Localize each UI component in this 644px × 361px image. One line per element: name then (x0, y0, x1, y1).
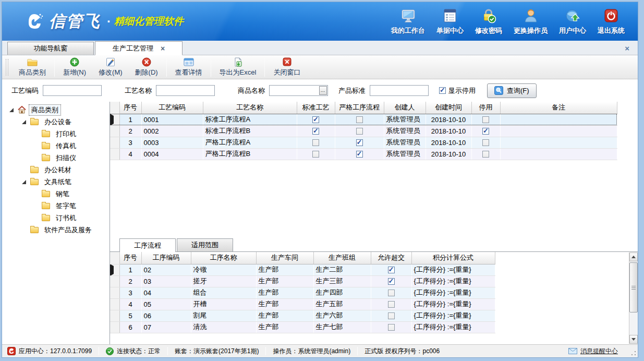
column-header[interactable]: 序号 (119, 102, 141, 114)
scroll-down-button[interactable] (629, 335, 638, 344)
tree-expander-icon[interactable] (9, 108, 14, 112)
checkbox-icon[interactable] (312, 151, 319, 158)
column-header[interactable]: 工艺编码 (141, 102, 203, 114)
checkbox-icon[interactable] (312, 116, 319, 123)
cell-formula: {工序得分} :={重量} (411, 264, 495, 275)
tab-production-process[interactable]: 生产工艺管理 × (95, 41, 183, 55)
cell-standard (297, 148, 335, 160)
query-button-label: 查询(F) (507, 86, 529, 95)
nav-item-user-center[interactable]: 用户中心 (553, 4, 592, 39)
row-indicator (110, 287, 119, 298)
product-browse-button[interactable]: … (319, 86, 327, 95)
delete-button[interactable]: 删除(D) (129, 56, 164, 78)
column-header[interactable]: 积分计算公式 (411, 252, 495, 264)
process-code-input[interactable] (43, 85, 102, 96)
column-header[interactable]: 停用 (471, 102, 500, 114)
checkbox-icon[interactable] (356, 128, 363, 135)
column-header[interactable]: 工序编码 (141, 252, 191, 264)
nav-item-document-center[interactable]: 单据中心 (431, 4, 469, 39)
checkbox-icon[interactable] (388, 278, 395, 285)
category-button[interactable]: 商品类别 (13, 56, 52, 78)
checkbox-icon[interactable] (312, 128, 319, 135)
show-disabled-checkbox[interactable]: 显示停用 (439, 86, 476, 95)
cell-formula: {工序得分} :={重量} (411, 287, 495, 298)
tab-applicable-scope[interactable]: 适用范围 (177, 238, 233, 251)
tab-close-icon[interactable]: × (161, 45, 165, 52)
vertical-scrollbar[interactable] (629, 252, 638, 344)
scroll-up-button[interactable] (629, 252, 638, 261)
view-details-button[interactable]: 查看详情 (169, 56, 209, 78)
tree-expander-icon[interactable] (22, 120, 26, 124)
column-header[interactable]: 标准工艺 (297, 102, 335, 114)
tab-function-navigator[interactable]: 功能导航窗 (7, 42, 94, 55)
column-header[interactable]: 生产车间 (256, 252, 313, 264)
checkbox-icon[interactable] (482, 116, 489, 123)
filter-bar: 工艺编码 工艺名称 商品名称 … 产品标准 显示停用 查询(F) (2, 79, 638, 102)
checkbox-icon[interactable] (356, 151, 363, 158)
table-row[interactable]: 3 04 组合 生产部 生产四部 {工序得分} :={重量} (110, 287, 495, 298)
table-row[interactable]: 5 06 割尾 生产部 生产六部 {工序得分} :={重量} (110, 310, 495, 321)
column-header[interactable]: 创建人 (384, 102, 426, 114)
query-button[interactable]: 查询(F) (487, 83, 537, 98)
table-row[interactable]: 6 07 清洗 生产部 生产七部 {工序得分} :={重量} (110, 321, 495, 333)
nav-item-exit-system[interactable]: 退出系统 (592, 4, 630, 39)
checkbox-icon[interactable] (388, 290, 395, 296)
column-header[interactable]: 严格工序流程 (335, 102, 384, 114)
add-button[interactable]: 新增(N) (57, 56, 92, 78)
column-header[interactable]: 允许超交 (371, 252, 411, 264)
checkbox-icon[interactable] (482, 139, 489, 146)
table-row[interactable]: 3 0003 严格工序流程A 系统管理员 2018-10-10 (110, 137, 617, 148)
toolbar-grip-handle[interactable] (6, 59, 8, 76)
tree-item-software-services[interactable]: 软件产品及服务 (2, 224, 110, 236)
checkbox-icon[interactable] (388, 324, 395, 331)
tree-item-stationery[interactable]: 文具纸笔 (2, 176, 110, 188)
tree-item-signing-pen[interactable]: 签字笔 (2, 200, 110, 212)
tree-item-root[interactable]: 商品类别 (2, 104, 110, 116)
nav-item-switch-operator[interactable]: 更换操作员 (508, 4, 553, 39)
table-row[interactable]: 1 0001 标准工序流程A 系统管理员 2018-10-10 (110, 114, 617, 125)
tree-item-office-supplies[interactable]: 办公耗材 (2, 164, 110, 176)
export-excel-button[interactable]: 导出为Excel (213, 56, 263, 78)
checkbox-icon[interactable] (388, 267, 395, 273)
column-header[interactable]: 备注 (500, 102, 617, 114)
checkbox-icon[interactable] (356, 116, 363, 123)
column-header[interactable]: 生产班组 (313, 252, 371, 264)
tree-expander-icon[interactable] (22, 180, 26, 184)
column-header[interactable]: 创建时间 (426, 102, 471, 114)
product-standard-input[interactable] (370, 85, 429, 96)
column-header[interactable]: 工艺名称 (203, 102, 297, 114)
nav-item-change-password[interactable]: 修改密码 (469, 4, 508, 39)
checkbox-icon[interactable] (482, 151, 489, 158)
checkbox-icon[interactable] (312, 139, 319, 146)
table-row[interactable]: 4 05 开槽 生产部 生产五部 {工序得分} :={重量} (110, 298, 495, 310)
tree-item-fax[interactable]: 传真机 (2, 140, 110, 152)
tab-step-flow[interactable]: 工序流程 (119, 238, 176, 252)
checkbox-icon[interactable] (439, 87, 446, 94)
current-row-arrow-icon (110, 264, 114, 275)
tree-item-pen[interactable]: 钢笔 (2, 188, 110, 200)
column-header[interactable]: 工序名称 (191, 252, 256, 264)
tree-item-printer[interactable]: 打印机 (2, 128, 110, 140)
cell-seq: 6 (119, 321, 141, 333)
edit-button[interactable]: 修改(M) (92, 56, 129, 78)
table-row[interactable]: 4 0004 严格工序流程B 系统管理员 2018-10-10 (110, 148, 617, 160)
message-center-link[interactable]: 消息提醒中心 (568, 347, 618, 356)
nav-item-workbench[interactable]: 我的工作台 (385, 4, 431, 39)
scrollbar-thumb[interactable] (629, 262, 638, 312)
column-header[interactable]: 序号 (119, 252, 141, 264)
table-row[interactable]: 2 0002 标准工序流程B 系统管理员 2018-10-10 (110, 125, 617, 137)
checkbox-icon[interactable] (482, 128, 489, 135)
tree-item-scanner[interactable]: 扫描仪 (2, 152, 110, 164)
table-row[interactable]: 1 02 冷镦 生产部 生产二部 {工序得分} :={重量} (110, 264, 495, 275)
process-name-input[interactable] (156, 85, 215, 96)
cell-created: 2018-10-10 (426, 125, 471, 137)
checkbox-icon[interactable] (356, 139, 363, 146)
tree-item-office-equipment[interactable]: 办公设备 (2, 116, 110, 128)
checkbox-icon[interactable] (388, 301, 395, 308)
tabstrip-close-icon[interactable]: × (625, 44, 629, 53)
close-window-button[interactable]: 关闭窗口 (267, 56, 307, 78)
checkbox-icon[interactable] (388, 312, 395, 319)
table-row[interactable]: 2 03 搓牙 生产部 生产三部 {工序得分} :={重量} (110, 275, 495, 287)
tree-item-stapler[interactable]: 订书机 (2, 212, 110, 224)
resize-grip[interactable] (631, 351, 636, 356)
